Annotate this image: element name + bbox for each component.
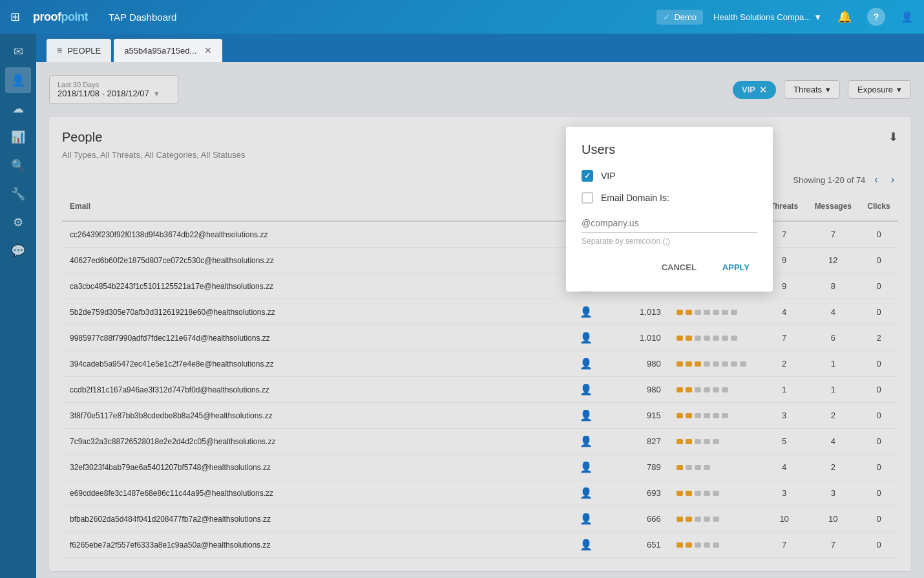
company-selector[interactable]: Health Solutions Compa... ▼ [713,12,822,22]
sidebar-item-search[interactable]: 🔍 [5,153,31,178]
demo-badge[interactable]: ✓ Demo [656,10,703,25]
popup-title: Users [582,142,757,157]
domain-hint: Separate by semicolon (;) [582,237,757,246]
company-name: Health Solutions Compa... [713,12,811,22]
main-content: ≡ PEOPLE a55b4a95a715ed... ✕ Last 30 Day… [36,34,924,578]
tab-people[interactable]: ≡ PEOPLE [47,39,111,62]
chevron-down-icon: ▼ [814,12,822,22]
user-icon[interactable]: 👤 [901,11,914,23]
vip-checkbox-label: VIP [601,171,616,181]
email-domain-checkbox[interactable] [582,192,593,204]
sidebar-item-cloud[interactable]: ☁ [5,96,31,122]
top-nav: ⊞ proofpoint TAP Dashboard ✓ Demo Health… [0,0,924,34]
demo-checkmark: ✓ [663,12,670,22]
users-popup: Users ✓ VIP Email Domain Is: Sep [566,127,773,292]
help-icon[interactable]: ? [867,8,885,26]
tab-people-label: PEOPLE [67,46,101,56]
bell-icon[interactable]: 🔔 [837,10,852,24]
sidebar-item-tools[interactable]: 🔧 [5,181,31,207]
logo: proofpoint [33,10,88,24]
vip-checkbox[interactable]: ✓ [582,170,593,182]
email-domain-checkbox-row[interactable]: Email Domain Is: [582,192,757,204]
content-area: Last 30 Days 2018/11/08 - 2018/12/07 ▾ V… [36,62,924,578]
overlay-backdrop [36,62,924,578]
domain-input[interactable] [582,214,757,233]
app-title: TAP Dashboard [109,12,176,23]
layout: ✉ 👤 ☁ 📊 🔍 🔧 ⚙ 💬 ≡ PEOPLE a55b4a95a715ed.… [0,34,924,578]
demo-label: Demo [674,12,697,22]
side-nav: ✉ 👤 ☁ 📊 🔍 🔧 ⚙ 💬 [0,34,36,578]
domain-input-wrap [582,214,757,233]
tab-hash[interactable]: a55b4a95a715ed... ✕ [114,39,222,62]
grid-icon[interactable]: ⊞ [10,10,20,24]
popup-actions: CANCEL APPLY [582,259,757,276]
tabs-bar: ≡ PEOPLE a55b4a95a715ed... ✕ [36,34,924,62]
tab-people-icon: ≡ [57,45,62,56]
sidebar-item-messages[interactable]: 💬 [5,238,31,264]
email-domain-label: Email Domain Is: [601,193,669,203]
sidebar-item-settings[interactable]: ⚙ [5,209,31,235]
sidebar-item-email[interactable]: ✉ [5,39,31,65]
sidebar-item-people[interactable]: 👤 [5,67,31,93]
tab-hash-label: a55b4a95a715ed... [124,46,196,56]
popup-apply-button[interactable]: APPLY [715,259,757,276]
sidebar-item-chart[interactable]: 📊 [5,124,31,150]
popup-cancel-button[interactable]: CANCEL [654,259,704,276]
vip-checkbox-row[interactable]: ✓ VIP [582,170,757,182]
tab-close-icon[interactable]: ✕ [204,45,212,56]
